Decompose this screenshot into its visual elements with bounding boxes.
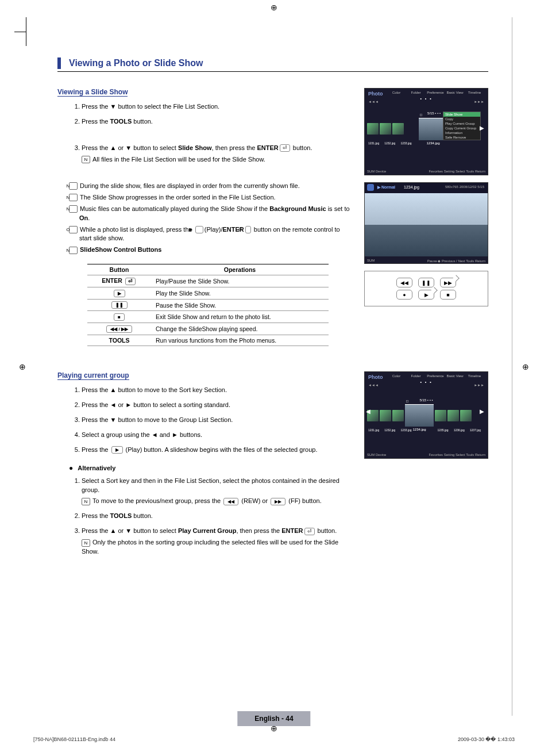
- alt1-note-c: (FF) button.: [287, 497, 322, 504]
- scr3-thumb-labels-r: 1235.jpg 1236.jpg 1237.jpg: [437, 428, 481, 432]
- doc-id-left: [750-NA]BN68-02111B-Eng.indb 44: [33, 736, 115, 742]
- step-2: Press the TOOLS button.: [82, 117, 354, 126]
- cell-op: Run various functions from the Photo men…: [151, 335, 329, 346]
- alt-heading-text: Alternatively: [78, 465, 115, 471]
- note-item-1: NDuring the slide show, files are displa…: [69, 182, 354, 191]
- scr1-tab: Folder: [406, 91, 426, 94]
- play-key-icon: ▶: [114, 290, 125, 297]
- crop-mark-h: [14, 32, 26, 32]
- scr3-counter: 5/15 • • •: [420, 398, 433, 402]
- thumb-label: 1231.jpg: [368, 428, 379, 432]
- step-3-e: button.: [291, 144, 312, 151]
- scr3-thumb: [380, 410, 391, 421]
- screenshot-group-view: Photo Color Folder Preference Basic View…: [364, 371, 488, 459]
- alternatively-heading: ●Alternatively: [69, 464, 354, 472]
- group-step-4: Select a group using the ◄ and ► buttons…: [82, 431, 354, 440]
- note-4-b: (Play)/: [204, 226, 223, 233]
- table-header-row: Button Operations: [87, 264, 329, 275]
- scr1-thumb-labels: 1231.jpg 1232.jpg 1233.jpg: [368, 141, 412, 145]
- remote-rew-button[interactable]: ◀◀: [396, 278, 412, 287]
- scr3-footer-left: SUM Device: [367, 453, 386, 456]
- scr1-title: Photo: [368, 91, 383, 97]
- scr2-meta: 580x765 2008/12/02 5/15: [445, 185, 484, 189]
- step-3-d: ENTER: [257, 144, 278, 151]
- thumb-label: 1231.jpg: [368, 141, 379, 145]
- alt1-note-b: (REW) or: [240, 497, 269, 504]
- alt2-b: TOOLS: [110, 512, 132, 519]
- scr3-tab: Timeline: [465, 374, 484, 378]
- remote-ff-button[interactable]: ▶▶: [440, 278, 456, 287]
- thumb-label: 1237.jpg: [470, 428, 481, 432]
- stop-key-icon: ■: [114, 313, 125, 321]
- scr3-tab: Basic View: [445, 374, 465, 378]
- scr1-tabs: Color Folder Preference Basic View Timel…: [387, 91, 484, 94]
- note-icon: N: [69, 247, 78, 254]
- group-step-2: Press the ◄ or ► button to select a sort…: [82, 401, 354, 410]
- remote-rec-button[interactable]: ●: [396, 290, 412, 300]
- step5-a: Press the: [82, 446, 110, 453]
- scr3-thumb: [447, 410, 459, 421]
- scr3-tab: Color: [387, 374, 406, 378]
- table-row: TOOLSRun various functions from the Phot…: [87, 335, 329, 346]
- crop-mark-v: [26, 17, 26, 46]
- note-3-d: On: [79, 214, 88, 221]
- scr1-tab: Preference: [426, 91, 445, 94]
- step-1-text: Press the ▼ button to select the File Li…: [82, 103, 219, 110]
- scr3-main-label: 1234.jpg: [412, 428, 426, 431]
- menu-item: Copy: [443, 117, 480, 121]
- scr3-thumb: [460, 410, 472, 421]
- note-3-e: .: [88, 214, 90, 221]
- scr3-tab: Folder: [406, 374, 426, 378]
- alt2-a: Press the: [82, 512, 110, 519]
- alt2-c: button.: [132, 512, 153, 519]
- remote-pause-button[interactable]: ❚❚: [418, 278, 434, 287]
- note-icon: N: [69, 205, 78, 213]
- slideshow-control-table: Button Operations ENTER ⏎Play/Pause the …: [87, 264, 329, 346]
- note-item-3: NMusic files can be automatically played…: [69, 205, 354, 223]
- table-row: ▶Play the Slide Show.: [87, 287, 329, 300]
- note-icon: N: [69, 194, 78, 201]
- step-3-b: Slide Show: [178, 144, 212, 151]
- enter-icon: ⏎: [280, 144, 290, 152]
- remote-play-button[interactable]: ▶: [418, 290, 434, 300]
- doc-timestamp-right: 2009-03-30 �� 1:43:03: [458, 736, 515, 742]
- registration-mark-right: ⊕: [522, 362, 529, 371]
- menu-item-active: Slide Show: [443, 112, 480, 117]
- group-step-1: Press the ▲ button to move to the Sort k…: [82, 386, 354, 395]
- remote-stop-button[interactable]: ■: [440, 290, 456, 300]
- alt3-a: Press the ▲ or ▼ button to select: [82, 527, 178, 534]
- btn-label: ENTER: [102, 277, 122, 284]
- step-3-note: All files in the File List Section will …: [92, 156, 265, 163]
- note-4-a: While a photo list is displayed, press t…: [80, 226, 194, 233]
- registration-mark-top: ⊕: [271, 3, 277, 12]
- cell-btn: ■: [87, 311, 151, 323]
- cell-op: Exit Slide Show and return to the photo …: [151, 311, 329, 323]
- scr1-thumb: [380, 123, 391, 135]
- thumb-label: 1232.jpg: [384, 428, 395, 432]
- screenshot-photo-view: ▶ Normal 1234.jpg 580x765 2008/12/02 5/1…: [364, 182, 488, 264]
- note-1-text: During the slide show, files are display…: [80, 182, 300, 189]
- ff-key-icon: ▶▶: [271, 498, 285, 505]
- page-title: Viewing a Photo or Slide Show: [69, 58, 203, 68]
- scr1-thumb: [367, 123, 379, 135]
- enter-icon: ⏎: [125, 278, 136, 285]
- margin-line: [512, 17, 512, 716]
- th-button: Button: [87, 264, 151, 275]
- note-icon: N: [82, 539, 90, 547]
- step-2-c: button.: [132, 118, 153, 125]
- table-row: ◀◀ / ▶▶Change the SlideShow playing spee…: [87, 323, 329, 335]
- scr1-tab: Timeline: [465, 91, 484, 94]
- alt-step-3: Press the ▲ or ▼ button to select Play C…: [82, 527, 354, 557]
- step-3-a: Press the ▲ or ▼ button to select: [82, 144, 178, 151]
- note-item-2: NThe Slide Show progresses in the order …: [69, 193, 354, 202]
- note-icon: N: [82, 156, 90, 163]
- scr1-arrows-l: ◄◄◄: [368, 100, 379, 103]
- enter-icon: ⏎: [304, 528, 315, 535]
- scr1-counter: 5/15 • • •: [427, 112, 441, 115]
- note-2-text: The Slide Show progresses in the order s…: [80, 194, 276, 201]
- scr2-header: ▶ Normal 1234.jpg 580x765 2008/12/02 5/1…: [365, 183, 488, 193]
- table-row: ❚❚Pause the Slide Show.: [87, 299, 329, 311]
- thumb-label: 1236.jpg: [454, 428, 465, 432]
- enter-icon: ⏎: [245, 226, 251, 233]
- cell-btn: TOOLS: [87, 335, 151, 346]
